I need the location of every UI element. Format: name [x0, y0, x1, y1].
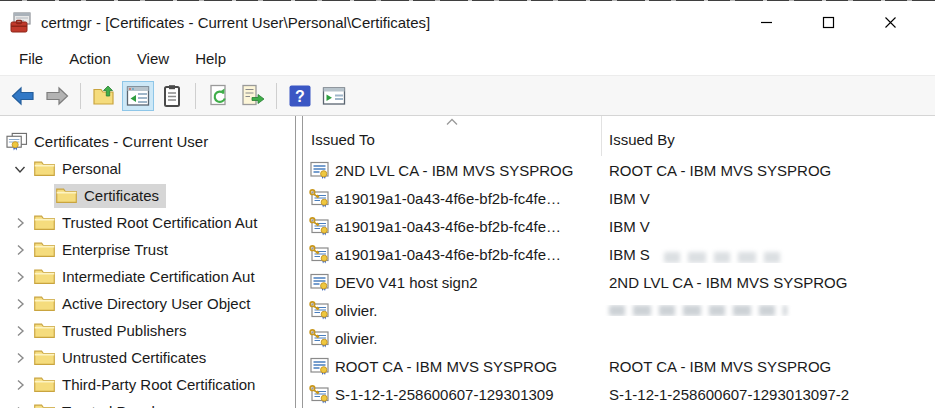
chevron-right-icon[interactable] — [8, 296, 32, 312]
folder-icon — [33, 213, 56, 232]
tree-item-trusted-publishers[interactable]: Trusted Publishers — [0, 317, 295, 344]
issued-by: 2ND LVL CA - IBM MVS SYSPROG — [609, 274, 847, 291]
issued-to: a19019a1-0a43-4f6e-bf2b-fc4fe… — [335, 218, 561, 235]
tree-item-trusted-people[interactable]: Trusted People — [0, 398, 295, 408]
certificate-row[interactable]: a19019a1-0a43-4f6e-bf2b-fc4fe… IBM S — [303, 240, 935, 268]
folder-icon — [55, 186, 78, 205]
menu-help[interactable]: Help — [182, 46, 239, 71]
certificate-row[interactable]: a19019a1-0a43-4f6e-bf2b-fc4fe… IBM V — [303, 184, 935, 212]
toolbar-separator — [276, 83, 277, 109]
certificate-icon — [309, 273, 330, 292]
folder-icon — [33, 240, 56, 259]
column-header-issued-by[interactable]: Issued By — [601, 122, 935, 156]
up-one-level-icon — [92, 84, 116, 108]
certificate-row[interactable]: olivier. — [303, 324, 935, 352]
up-one-level-button[interactable] — [88, 81, 120, 111]
redacted-text — [609, 305, 787, 316]
certificate-row[interactable]: DEV0 V41 host sign2 2ND LVL CA - IBM MVS… — [303, 268, 935, 296]
issued-to: a19019a1-0a43-4f6e-bf2b-fc4fe… — [335, 246, 561, 263]
show-hide-action-pane-button[interactable] — [318, 81, 350, 111]
folder-icon — [33, 294, 56, 313]
issued-to: DEV0 V41 host sign2 — [335, 274, 478, 291]
chevron-right-icon[interactable] — [8, 404, 32, 409]
tree-item-label: Trusted Publishers — [62, 322, 187, 339]
issued-by: IBM V — [609, 190, 650, 207]
chevron-down-icon[interactable] — [8, 161, 32, 177]
tree-item-personal[interactable]: Personal — [0, 155, 295, 182]
chevron-right-icon[interactable] — [8, 350, 32, 366]
issued-to: S-1-12-1-258600607-129301309 — [335, 386, 554, 403]
certificate-row[interactable]: ROOT CA - IBM MVS SYSPROG ROOT CA - IBM … — [303, 352, 935, 380]
chevron-right-icon[interactable] — [8, 269, 32, 285]
toolbar-separator — [80, 83, 81, 109]
menu-file[interactable]: File — [6, 46, 56, 71]
folder-icon — [33, 267, 56, 286]
toolbar — [0, 75, 935, 116]
clipboard-button[interactable] — [156, 81, 188, 111]
chevron-right-icon[interactable] — [8, 242, 32, 258]
tree-item-label: Untrusted Certificates — [62, 349, 206, 366]
tree-item-active-directory-user-object[interactable]: Active Directory User Object — [0, 290, 295, 317]
window-title: certmgr - [Certificates - Current User\P… — [41, 14, 430, 31]
tree-item-third-party-root-certification[interactable]: Third-Party Root Certification — [0, 371, 295, 398]
console-tree-pane: Certificates - Current User Personal Cer… — [0, 116, 296, 408]
issued-to: olivier. — [335, 330, 378, 347]
issued-by: ROOT CA - IBM MVS SYSPROG — [609, 358, 831, 375]
maximize-button[interactable] — [797, 3, 859, 42]
maximize-icon — [822, 16, 835, 29]
menu-action[interactable]: Action — [56, 46, 124, 71]
chevron-right-icon[interactable] — [8, 215, 32, 231]
certificates-root-icon — [5, 132, 28, 151]
certificate-icon — [309, 161, 330, 180]
close-button[interactable] — [859, 3, 921, 42]
tree-item-untrusted-certificates[interactable]: Untrusted Certificates — [0, 344, 295, 371]
tree-item-label: Active Directory User Object — [62, 295, 250, 312]
chevron-right-icon[interactable] — [8, 377, 32, 393]
issued-by: IBM V — [609, 218, 650, 235]
action-pane-icon — [322, 85, 346, 107]
certificate-row[interactable]: 2ND LVL CA - IBM MVS SYSPROG ROOT CA - I… — [303, 156, 935, 184]
redacted-text — [664, 252, 782, 263]
list-header: Issued To Issued By — [303, 116, 935, 156]
clipboard-icon — [160, 84, 184, 108]
tree-item-trusted-root-certification-authorities[interactable]: Trusted Root Certification Aut — [0, 209, 295, 236]
forward-button[interactable] — [41, 81, 73, 111]
console-body: Certificates - Current User Personal Cer… — [0, 116, 935, 408]
issued-by: ROOT CA - IBM MVS SYSPROG — [609, 162, 831, 179]
folder-icon — [33, 321, 56, 340]
certificate-list: 2ND LVL CA - IBM MVS SYSPROG ROOT CA - I… — [303, 156, 935, 408]
certificate-row[interactable]: S-1-12-1-258600607-129301309 S-1-12-1-25… — [303, 380, 935, 408]
help-button[interactable] — [284, 81, 316, 111]
certificate-row[interactable]: a19019a1-0a43-4f6e-bf2b-fc4fe… IBM V — [303, 212, 935, 240]
refresh-button[interactable] — [203, 81, 235, 111]
tree-item-label: Third-Party Root Certification — [62, 376, 255, 393]
back-icon — [10, 84, 36, 108]
export-list-button[interactable] — [237, 81, 269, 111]
export-list-icon — [240, 84, 266, 108]
issued-by: S-1-12-1-258600607-1293013097-2 — [609, 386, 849, 403]
tree-item-label: Personal — [62, 160, 121, 177]
column-header-issued-to[interactable]: Issued To — [303, 122, 601, 156]
show-hide-console-tree-button[interactable] — [122, 81, 154, 111]
folder-icon — [33, 348, 56, 367]
issued-to: 2ND LVL CA - IBM MVS SYSPROG — [335, 162, 573, 179]
certificate-icon — [309, 357, 330, 376]
issued-by: IBM S — [609, 246, 650, 263]
help-icon — [288, 84, 312, 108]
menu-bar: File Action View Help — [0, 42, 935, 75]
tree-item-certificates[interactable]: Certificates — [0, 182, 295, 209]
tree-item-certificates-current-user[interactable]: Certificates - Current User — [0, 128, 295, 155]
minimize-icon — [760, 16, 773, 29]
minimize-button[interactable] — [735, 3, 797, 42]
tree-item-label: Certificates - Current User — [34, 133, 208, 150]
back-button[interactable] — [7, 81, 39, 111]
chevron-right-icon[interactable] — [8, 323, 32, 339]
console-tree-icon — [126, 85, 150, 107]
tree-item-intermediate-certification-authorities[interactable]: Intermediate Certification Aut — [0, 263, 295, 290]
issued-to: a19019a1-0a43-4f6e-bf2b-fc4fe… — [335, 190, 561, 207]
title-bar: certmgr - [Certificates - Current User\P… — [0, 3, 935, 42]
menu-view[interactable]: View — [124, 46, 182, 71]
close-icon — [884, 16, 897, 29]
certificate-row[interactable]: olivier. — [303, 296, 935, 324]
tree-item-enterprise-trust[interactable]: Enterprise Trust — [0, 236, 295, 263]
